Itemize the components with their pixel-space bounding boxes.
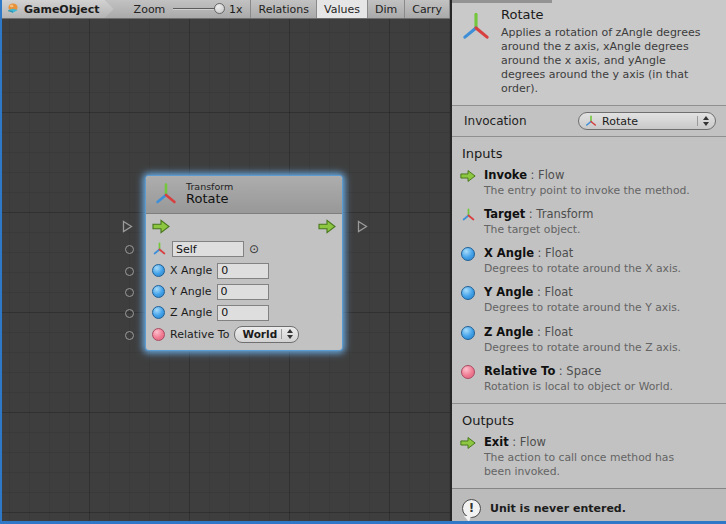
zoom-value: 1x (223, 0, 249, 18)
bolt-graph-window: GameObject Zoom 1x Relations Values Dim … (0, 0, 726, 524)
input-item-invoke: Invoke : Flow The entry point to invoke … (452, 168, 726, 207)
transform-mini-icon (152, 242, 167, 257)
input-type: Transform (536, 207, 593, 221)
input-type: Float (545, 246, 573, 260)
transform-icon (460, 11, 492, 45)
float-port-icon (461, 286, 475, 300)
input-name: X Angle (484, 246, 534, 260)
invocation-dropdown[interactable]: Rotate (578, 112, 716, 130)
node-body: ⊙ X Angle Y Angle Z Angle (146, 214, 342, 350)
input-name: Relative To (484, 364, 555, 378)
z-angle-port[interactable] (152, 306, 165, 319)
space-dropdown[interactable]: World (234, 326, 299, 343)
gameobject-icon (6, 2, 20, 16)
target-self-field[interactable] (172, 241, 244, 257)
input-desc: The target object. (484, 223, 704, 237)
exit-flow-port[interactable] (318, 219, 336, 234)
output-type: Flow (520, 435, 546, 449)
x-angle-row: X Angle (152, 260, 336, 281)
graph-pane: GameObject Zoom 1x Relations Values Dim … (2, 0, 450, 521)
tab-relations[interactable]: Relations (251, 0, 317, 18)
input-name: Z Angle (484, 325, 533, 339)
input-name: Y Angle (484, 285, 533, 299)
zoom-slider-knob[interactable] (214, 3, 225, 14)
input-type: Float (544, 285, 572, 299)
input-type: Float (544, 325, 572, 339)
zoom-label: Zoom (120, 0, 174, 18)
transform-mini-icon (585, 115, 597, 128)
target-row: ⊙ (152, 238, 336, 260)
input-type: Flow (538, 168, 564, 182)
invocation-dropdown-value: Rotate (602, 115, 638, 128)
input-item-target: Target : Transform The target object. (452, 207, 726, 246)
input-item-x-angle: X Angle : Float Degrees to rotate around… (452, 246, 726, 285)
invocation-label: Invocation (464, 114, 527, 128)
input-item-y-angle: Y Angle : Float Degrees to rotate around… (452, 285, 726, 324)
target-outer-ring-icon[interactable] (125, 245, 134, 254)
x-angle-field[interactable] (217, 263, 269, 279)
output-item-exit: Exit : Flow The action to call once meth… (452, 435, 726, 488)
breadcrumb[interactable]: GameObject (2, 0, 114, 18)
z-angle-field[interactable] (217, 305, 269, 321)
input-desc: The entry point to invoke the method. (484, 184, 704, 198)
relative-to-outer-ring-icon[interactable] (125, 331, 134, 340)
y-angle-outer-ring-icon[interactable] (125, 288, 134, 297)
node-header[interactable]: Transform Rotate (146, 176, 342, 214)
tab-dim[interactable]: Dim (368, 0, 405, 18)
space-dropdown-value: World (242, 328, 277, 340)
dropdown-arrows-icon (697, 116, 709, 126)
z-angle-outer-ring-icon[interactable] (125, 309, 134, 318)
node-title-box: Transform Rotate (186, 182, 233, 208)
inspector-panel: Rotate Applies a rotation of zAngle degr… (450, 0, 726, 521)
warning-icon: ! (462, 499, 481, 518)
warning-box: ! Unit is never entered. (452, 488, 726, 521)
input-desc: Rotation is local to object or World. (484, 380, 704, 394)
inspector-description: Applies a rotation of zAngle degrees aro… (501, 26, 713, 96)
relative-to-port[interactable] (152, 328, 165, 341)
input-desc: Degrees to rotate around the X axis. (484, 262, 704, 276)
invoke-outer-triangle-icon[interactable] (122, 220, 133, 236)
float-port-icon (461, 326, 475, 340)
input-item-z-angle: Z Angle : Float Degrees to rotate around… (452, 325, 726, 364)
transform-icon (154, 182, 178, 208)
graph-canvas[interactable]: Transform Rotate (2, 19, 450, 521)
invocation-row: Invocation Rotate (452, 106, 726, 137)
tab-carry[interactable]: Carry (405, 0, 450, 18)
rotate-unit-node[interactable]: Transform Rotate (146, 176, 342, 350)
float-port-icon (461, 247, 475, 261)
inspector-header-text: Rotate Applies a rotation of zAngle degr… (501, 7, 713, 96)
input-item-relative-to: Relative To : Space Rotation is local to… (452, 364, 726, 403)
outputs-section-header: Outputs (452, 404, 726, 435)
zoom-slider[interactable] (173, 3, 223, 15)
breadcrumb-label: GameObject (24, 3, 100, 16)
z-angle-label: Z Angle (170, 306, 212, 319)
inspector-header: Rotate Applies a rotation of zAngle degr… (452, 0, 726, 106)
x-angle-label: X Angle (170, 264, 212, 277)
object-picker-icon[interactable]: ⊙ (249, 243, 259, 255)
y-angle-port[interactable] (152, 285, 165, 298)
relative-to-row: Relative To World (152, 323, 336, 345)
x-angle-port[interactable] (152, 264, 165, 277)
graph-toolbar: GameObject Zoom 1x Relations Values Dim … (2, 0, 450, 19)
y-angle-label: Y Angle (170, 285, 212, 298)
inputs-section-header: Inputs (452, 137, 726, 168)
input-desc: Degrees to rotate around the Y axis. (484, 301, 704, 315)
transform-icon (461, 208, 476, 223)
toolbar-tabs: Relations Values Dim Carry (250, 0, 450, 18)
dropdown-arrows-icon (281, 329, 293, 339)
flow-arrow-icon (460, 436, 476, 450)
inspector-title: Rotate (501, 7, 713, 22)
exit-outer-triangle-icon[interactable] (357, 220, 368, 236)
tab-values[interactable]: Values (317, 0, 368, 18)
x-angle-outer-ring-icon[interactable] (125, 267, 134, 276)
input-desc: Degrees to rotate around the Z axis. (484, 341, 704, 355)
node-name-label: Rotate (186, 192, 233, 207)
flow-arrow-icon (460, 169, 476, 183)
relative-to-label: Relative To (170, 328, 229, 341)
output-name: Exit (484, 435, 509, 449)
y-angle-row: Y Angle (152, 281, 336, 302)
space-port-icon (461, 365, 475, 379)
y-angle-field[interactable] (217, 284, 269, 300)
invoke-flow-port[interactable] (152, 219, 170, 234)
flow-ports-row (152, 214, 336, 238)
